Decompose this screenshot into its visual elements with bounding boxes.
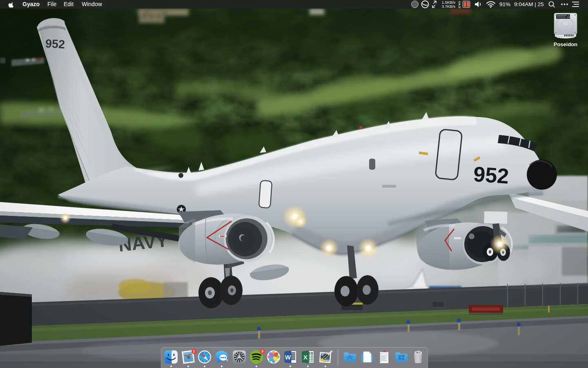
svg-text:91%: 91% xyxy=(499,1,510,7)
svg-text:U: U xyxy=(459,6,461,9)
svg-text:9:04AM | 25: 9:04AM | 25 xyxy=(514,1,544,7)
svg-text:W: W xyxy=(285,354,291,361)
svg-text:3.7KB/s: 3.7KB/s xyxy=(442,4,456,9)
svg-text:X: X xyxy=(303,354,307,361)
